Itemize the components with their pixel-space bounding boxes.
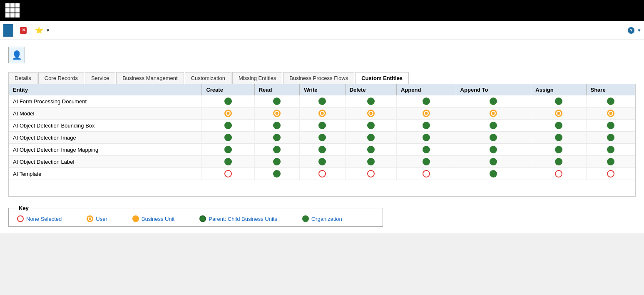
tab-missing-entities[interactable]: Missing Entities — [232, 72, 282, 84]
key-user: User — [87, 215, 107, 222]
permission-cell[interactable] — [397, 156, 456, 168]
table-header-row: Entity Create Read Write Delete Append A… — [9, 84, 635, 95]
grid-dots — [5, 3, 20, 18]
key-parent-child-icon — [199, 215, 206, 222]
permission-cell[interactable] — [202, 95, 254, 108]
permissions-table-wrapper[interactable]: Entity Create Read Write Delete Append A… — [8, 84, 636, 197]
permission-cell[interactable] — [397, 95, 456, 108]
permission-cell[interactable] — [531, 168, 586, 180]
app-grid-icon[interactable] — [4, 2, 21, 19]
key-legend: Key — [17, 205, 30, 211]
key-business-unit: Business Unit — [132, 215, 174, 222]
tab-custom-entities[interactable]: Custom Entities — [355, 72, 409, 84]
close-button[interactable]: ✕ — [17, 25, 32, 35]
permission-cell[interactable] — [397, 120, 456, 132]
permission-cell[interactable] — [586, 156, 635, 168]
permission-cell[interactable] — [345, 168, 396, 180]
permission-cell[interactable] — [456, 156, 531, 168]
actions-chevron-icon: ▾ — [47, 27, 50, 33]
permission-cell[interactable] — [397, 144, 456, 156]
col-append: Append — [397, 84, 456, 95]
permission-cell[interactable] — [345, 144, 396, 156]
permission-cell[interactable] — [254, 108, 300, 120]
col-assign: Assign — [531, 84, 586, 95]
actions-button[interactable]: ⭐ ▾ — [32, 25, 53, 36]
entity-cell: AI Object Detection Label — [9, 156, 202, 168]
tab-details[interactable]: Details — [8, 72, 37, 84]
permission-cell[interactable] — [254, 144, 300, 156]
permissions-table: Entity Create Read Write Delete Append A… — [9, 84, 635, 180]
tab-core-records[interactable]: Core Records — [38, 72, 84, 84]
permission-cell[interactable] — [397, 168, 456, 180]
table-row: AI Object Detection Image Mapping — [9, 144, 635, 156]
permission-cell[interactable] — [397, 108, 456, 120]
permission-cell[interactable] — [345, 120, 396, 132]
permission-cell[interactable] — [586, 95, 635, 108]
top-bar — [0, 0, 644, 21]
tab-business-management[interactable]: Business Management — [116, 72, 184, 84]
permission-cell[interactable] — [202, 132, 254, 144]
permission-cell[interactable] — [300, 108, 345, 120]
permission-cell[interactable] — [300, 156, 345, 168]
permission-cell[interactable] — [345, 108, 396, 120]
permission-cell[interactable] — [254, 120, 300, 132]
permission-cell[interactable] — [345, 132, 396, 144]
permission-cell[interactable] — [300, 132, 345, 144]
permission-cell[interactable] — [456, 144, 531, 156]
permission-cell[interactable] — [202, 144, 254, 156]
help-button[interactable]: ? ▾ — [628, 27, 641, 34]
file-button[interactable] — [3, 24, 13, 37]
permission-cell[interactable] — [456, 132, 531, 144]
permission-cell[interactable] — [586, 168, 635, 180]
key-none: None Selected — [17, 215, 62, 222]
title-section: 👤 — [8, 47, 30, 63]
permission-cell[interactable] — [586, 144, 635, 156]
permission-cell[interactable] — [531, 156, 586, 168]
table-row: AI Form Processing Document — [9, 95, 635, 108]
permission-cell[interactable] — [345, 95, 396, 108]
permission-cell[interactable] — [456, 120, 531, 132]
permission-cell[interactable] — [254, 132, 300, 144]
tab-customization[interactable]: Customization — [185, 72, 231, 84]
permission-cell[interactable] — [456, 108, 531, 120]
permission-cell[interactable] — [531, 120, 586, 132]
permission-cell[interactable] — [202, 156, 254, 168]
permission-cell[interactable] — [531, 132, 586, 144]
permission-cell[interactable] — [300, 95, 345, 108]
permission-cell[interactable] — [345, 156, 396, 168]
permission-cell[interactable] — [586, 108, 635, 120]
tab-business-process-flows[interactable]: Business Process Flows — [283, 72, 354, 84]
page-header: 👤 — [8, 47, 636, 63]
col-delete: Delete — [345, 84, 396, 95]
permission-cell[interactable] — [254, 156, 300, 168]
permission-cell[interactable] — [456, 168, 531, 180]
permission-cell[interactable] — [202, 108, 254, 120]
entity-cell: AI Object Detection Image — [9, 132, 202, 144]
key-none-label: None Selected — [26, 216, 62, 222]
permission-cell[interactable] — [397, 132, 456, 144]
permission-cell[interactable] — [300, 120, 345, 132]
permission-cell[interactable] — [586, 120, 635, 132]
key-business-unit-icon — [132, 215, 139, 222]
permission-cell[interactable] — [531, 95, 586, 108]
permission-cell[interactable] — [456, 95, 531, 108]
tabs-container: Details Core Records Service Business Ma… — [8, 72, 636, 84]
permission-cell[interactable] — [531, 108, 586, 120]
permission-cell[interactable] — [202, 120, 254, 132]
col-read: Read — [254, 84, 300, 95]
permission-cell[interactable] — [586, 132, 635, 144]
permission-cell[interactable] — [202, 168, 254, 180]
key-business-unit-label: Business Unit — [142, 216, 174, 222]
permission-cell[interactable] — [300, 144, 345, 156]
tab-service[interactable]: Service — [85, 72, 115, 84]
permission-cell[interactable] — [300, 168, 345, 180]
permission-cell[interactable] — [254, 95, 300, 108]
table-row: AI Template — [9, 168, 635, 180]
key-none-icon — [17, 215, 24, 222]
col-write: Write — [300, 84, 345, 95]
permission-cell[interactable] — [254, 168, 300, 180]
permission-cell[interactable] — [531, 144, 586, 156]
table-row: AI Object Detection Bounding Box — [9, 120, 635, 132]
key-container: Key None Selected User Business Unit — [8, 205, 636, 227]
table-row: AI Model — [9, 108, 635, 120]
